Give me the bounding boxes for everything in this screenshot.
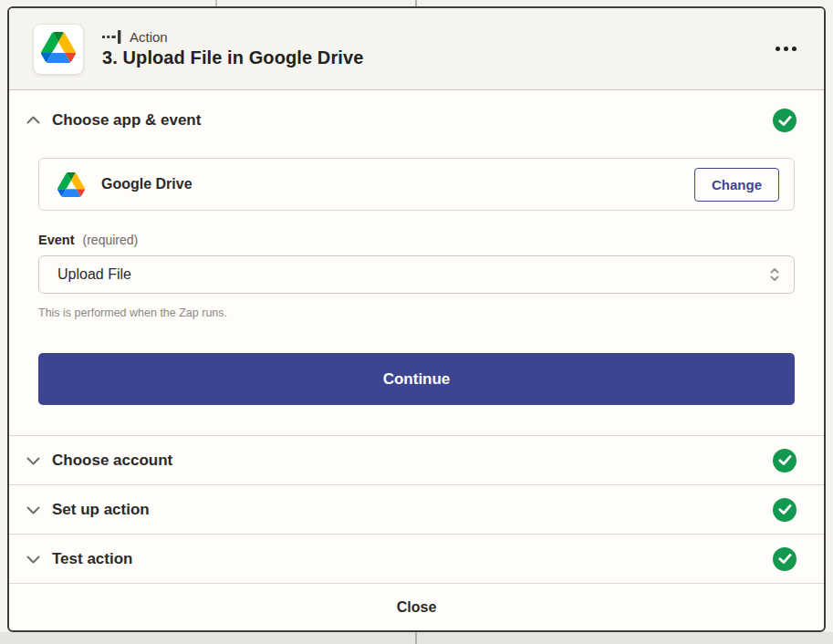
- choose-app-event-body: Google Drive Change Event (required) Upl…: [9, 145, 824, 435]
- step-editor-panel: Action 3. Upload File in Google Drive Ch…: [7, 6, 826, 632]
- event-field-label-row: Event (required): [38, 233, 795, 247]
- section-title: Set up action: [52, 501, 773, 519]
- google-drive-icon: [41, 32, 76, 67]
- step-type-label: Action: [130, 29, 168, 45]
- action-step-icon: [102, 30, 121, 44]
- step-menu-button[interactable]: [772, 39, 800, 58]
- connector-line-bottom: [415, 632, 417, 644]
- event-select-value: Upload File: [57, 266, 768, 283]
- change-app-button[interactable]: Change: [694, 168, 779, 202]
- continue-button[interactable]: Continue: [38, 353, 795, 405]
- event-field-required: (required): [83, 233, 139, 247]
- close-button[interactable]: Close: [9, 583, 824, 630]
- app-tile: [33, 24, 84, 75]
- step-header-text: Action 3. Upload File in Google Drive: [102, 29, 363, 68]
- section-title: Choose app & event: [52, 111, 773, 130]
- check-circle-icon: [773, 547, 797, 571]
- check-circle-icon: [773, 109, 797, 132]
- event-field-label: Event: [38, 233, 75, 247]
- selected-app-name: Google Drive: [101, 176, 694, 192]
- step-title: 3. Upload File in Google Drive: [102, 47, 363, 68]
- check-circle-icon: [773, 498, 797, 522]
- step-type-row: Action: [102, 29, 363, 45]
- check-circle-icon: [773, 449, 797, 473]
- chevron-down-icon: [26, 553, 41, 566]
- up-down-chevrons-icon: [768, 265, 781, 284]
- event-select[interactable]: Upload File: [38, 255, 795, 294]
- step-header: Action 3. Upload File in Google Drive: [9, 8, 824, 90]
- section-title: Test action: [52, 550, 773, 568]
- section-test-action[interactable]: Test action: [9, 534, 824, 583]
- section-title: Choose account: [52, 452, 773, 470]
- google-drive-icon: [57, 172, 85, 197]
- section-choose-app-event[interactable]: Choose app & event: [9, 90, 824, 145]
- selected-app-card: Google Drive Change: [38, 158, 795, 211]
- chevron-down-icon: [26, 504, 41, 516]
- section-choose-account[interactable]: Choose account: [9, 435, 824, 484]
- chevron-down-icon: [26, 454, 41, 467]
- section-set-up-action[interactable]: Set up action: [9, 484, 824, 534]
- chevron-up-icon: [26, 114, 41, 127]
- event-helper-text: This is performed when the Zap runs.: [38, 306, 795, 319]
